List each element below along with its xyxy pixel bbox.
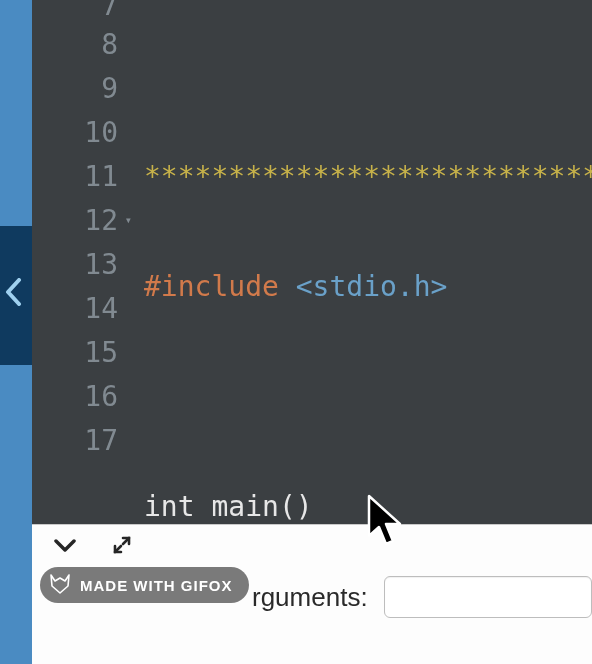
line-number[interactable]: 12▾ [32,198,134,242]
line-number[interactable]: 7 [32,0,134,22]
gifox-badge[interactable]: MADE WITH GIFOX [40,567,249,603]
preprocessor-token: #include [144,270,279,303]
chevron-left-icon[interactable] [4,278,24,311]
line-number[interactable]: 13 [32,242,134,286]
args-label: rguments: [252,582,368,613]
args-input[interactable] [384,576,592,618]
line-number[interactable]: 8 [32,22,134,66]
code-editor[interactable]: 7 8 9 10 11 12▾ 13 14 15 16 17 *********… [32,0,592,524]
chevron-down-icon[interactable] [54,538,76,557]
gifox-badge-text: MADE WITH GIFOX [80,577,233,594]
line-number[interactable]: 17 [32,418,134,462]
line-number[interactable]: 9 [32,66,134,110]
code-line[interactable]: int main() [144,484,592,524]
left-sidebar[interactable] [0,0,32,664]
code-content[interactable]: **************************** #include <s… [134,0,592,524]
line-number[interactable]: 10 [32,110,134,154]
main-area: 7 8 9 10 11 12▾ 13 14 15 16 17 *********… [32,0,592,664]
header-token: <stdio.h> [296,270,448,303]
code-line[interactable] [144,66,592,88]
fold-toggle-icon[interactable]: ▾ [125,213,132,227]
expand-icon[interactable] [112,535,132,559]
code-line[interactable]: **************************** [144,154,592,198]
app-root: 7 8 9 10 11 12▾ 13 14 15 16 17 *********… [0,0,592,664]
comment-text: **************************** [144,160,592,193]
bottom-panel: rguments: MADE WITH GIFOX [32,524,592,664]
line-number-gutter[interactable]: 7 8 9 10 11 12▾ 13 14 15 16 17 [32,0,134,524]
panel-toolbar [32,525,592,569]
line-number[interactable]: 11 [32,154,134,198]
code-line[interactable] [144,374,592,418]
line-number[interactable]: 16 [32,374,134,418]
line-number[interactable]: 14 [32,286,134,330]
keyword-token: int [144,490,195,523]
line-number[interactable]: 15 [32,330,134,374]
code-line[interactable]: #include <stdio.h> [144,264,592,308]
fox-icon [48,572,72,599]
